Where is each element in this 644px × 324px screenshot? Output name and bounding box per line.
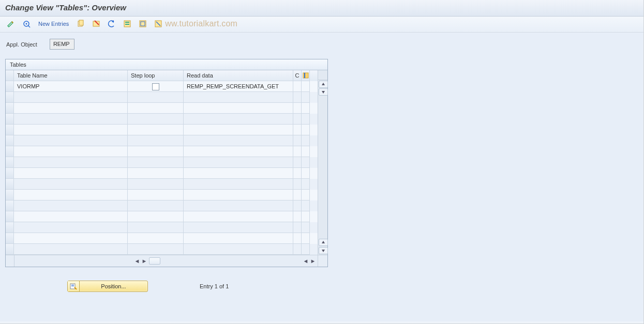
- cell-step-loop[interactable]: [128, 114, 184, 125]
- cell-step-loop[interactable]: [128, 168, 184, 179]
- cell-step-loop[interactable]: [128, 146, 184, 157]
- row-selector[interactable]: [6, 179, 14, 190]
- table-row[interactable]: [6, 157, 318, 168]
- cell-last[interactable]: [293, 81, 302, 92]
- toggle-change-icon[interactable]: [4, 19, 18, 29]
- cell-read-data[interactable]: [184, 103, 293, 114]
- table-row[interactable]: VIORMPREMP_REMP_SCREENDATA_GET: [6, 81, 318, 92]
- cell-last[interactable]: [293, 114, 302, 125]
- hscroll-right-icon[interactable]: ►: [142, 258, 147, 264]
- cell-table-name[interactable]: [14, 168, 128, 179]
- cell-step-loop[interactable]: [128, 92, 184, 103]
- cell-last[interactable]: [293, 125, 302, 135]
- cell-step-loop[interactable]: [128, 125, 184, 135]
- row-selector[interactable]: [6, 211, 14, 222]
- cell-table-name[interactable]: [14, 103, 128, 114]
- cell-read-data[interactable]: REMP_REMP_SCREENDATA_GET: [184, 81, 293, 92]
- table-row[interactable]: [6, 179, 318, 190]
- table-row[interactable]: [6, 92, 318, 103]
- row-selector[interactable]: [6, 168, 14, 179]
- table-row[interactable]: [6, 168, 318, 179]
- cell-table-name[interactable]: [14, 200, 128, 211]
- cell-step-loop[interactable]: [128, 179, 184, 190]
- cell-table-name[interactable]: [14, 125, 128, 135]
- new-entries-button[interactable]: New Entries: [35, 21, 72, 27]
- row-selector[interactable]: [6, 92, 14, 103]
- undo-change-icon[interactable]: [105, 19, 118, 29]
- cell-read-data[interactable]: [184, 114, 293, 125]
- cell-read-data[interactable]: [184, 135, 293, 146]
- cell-read-data[interactable]: [184, 222, 293, 233]
- cell-step-loop[interactable]: [128, 211, 184, 222]
- cell-last[interactable]: [293, 103, 302, 114]
- row-selector[interactable]: [6, 146, 14, 157]
- scroll-up2-icon[interactable]: [319, 239, 328, 246]
- cell-table-name[interactable]: [14, 114, 128, 125]
- cell-table-name[interactable]: [14, 222, 128, 233]
- cell-read-data[interactable]: [184, 157, 293, 168]
- cell-last[interactable]: [293, 222, 302, 233]
- position-button[interactable]: Position...: [67, 281, 148, 292]
- cell-last[interactable]: [293, 157, 302, 168]
- cell-last[interactable]: [293, 146, 302, 157]
- cell-step-loop[interactable]: [128, 81, 184, 92]
- cell-step-loop[interactable]: [128, 103, 184, 114]
- row-selector[interactable]: [6, 125, 14, 135]
- cell-read-data[interactable]: [184, 200, 293, 211]
- row-selector[interactable]: [6, 103, 14, 114]
- cell-last[interactable]: [293, 233, 302, 244]
- cell-last[interactable]: [293, 211, 302, 222]
- row-selector[interactable]: [6, 244, 14, 255]
- grid-config-icon[interactable]: [302, 70, 310, 81]
- row-selector[interactable]: [6, 233, 14, 244]
- cell-table-name[interactable]: VIORMP: [14, 81, 128, 92]
- row-selector[interactable]: [6, 222, 14, 233]
- cell-read-data[interactable]: [184, 190, 293, 200]
- other-view-icon[interactable]: [20, 19, 33, 29]
- cell-read-data[interactable]: [184, 244, 293, 255]
- cell-table-name[interactable]: [14, 233, 128, 244]
- hscroll-left2-icon[interactable]: ◄: [303, 258, 308, 264]
- table-row[interactable]: [6, 125, 318, 135]
- vertical-scrollbar[interactable]: [318, 70, 327, 255]
- cell-last[interactable]: [293, 135, 302, 146]
- cell-step-loop[interactable]: [128, 244, 184, 255]
- cell-step-loop[interactable]: [128, 200, 184, 211]
- cell-read-data[interactable]: [184, 233, 293, 244]
- grid-select-header[interactable]: [6, 70, 14, 81]
- cell-last[interactable]: [293, 168, 302, 179]
- cell-table-name[interactable]: [14, 92, 128, 103]
- cell-last[interactable]: [293, 244, 302, 255]
- table-row[interactable]: [6, 146, 318, 157]
- col-table-name[interactable]: Table Name: [14, 70, 128, 81]
- cell-read-data[interactable]: [184, 211, 293, 222]
- step-loop-checkbox[interactable]: [152, 83, 159, 90]
- table-row[interactable]: [6, 114, 318, 125]
- col-read-data[interactable]: Read data: [184, 70, 293, 81]
- table-row[interactable]: [6, 200, 318, 211]
- row-selector[interactable]: [6, 135, 14, 146]
- table-row[interactable]: [6, 103, 318, 114]
- table-row[interactable]: [6, 211, 318, 222]
- cell-step-loop[interactable]: [128, 135, 184, 146]
- row-selector[interactable]: [6, 114, 14, 125]
- col-step-loop[interactable]: Step loop: [128, 70, 184, 81]
- scroll-down2-icon[interactable]: [319, 247, 328, 254]
- cell-read-data[interactable]: [184, 92, 293, 103]
- cell-last[interactable]: [293, 190, 302, 200]
- cell-table-name[interactable]: [14, 135, 128, 146]
- cell-table-name[interactable]: [14, 244, 128, 255]
- cell-table-name[interactable]: [14, 190, 128, 200]
- scroll-down-icon[interactable]: [319, 88, 328, 96]
- cell-read-data[interactable]: [184, 125, 293, 135]
- table-row[interactable]: [6, 135, 318, 146]
- delete-icon[interactable]: [89, 19, 103, 29]
- table-row[interactable]: [6, 233, 318, 244]
- cell-table-name[interactable]: [14, 146, 128, 157]
- col-last[interactable]: C: [293, 70, 302, 81]
- table-row[interactable]: [6, 222, 318, 233]
- scroll-up-icon[interactable]: [319, 81, 328, 88]
- cell-table-name[interactable]: [14, 157, 128, 168]
- copy-as-icon[interactable]: [74, 19, 87, 29]
- cell-last[interactable]: [293, 92, 302, 103]
